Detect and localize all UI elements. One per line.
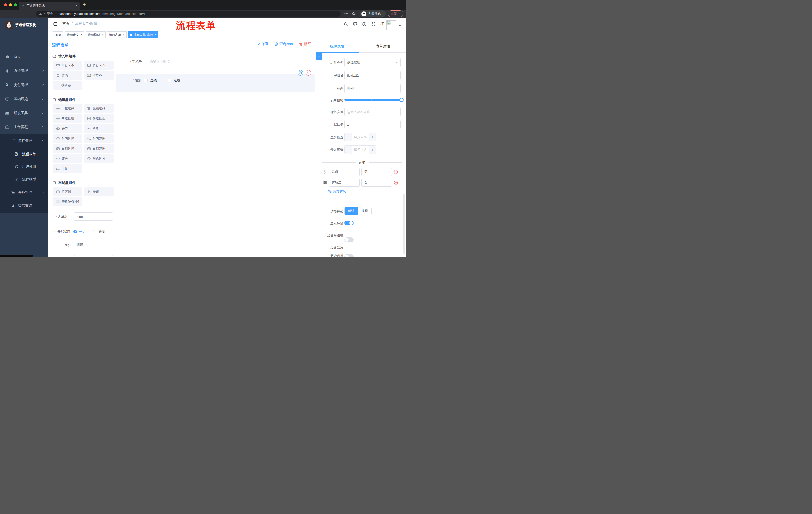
option-value-input[interactable] bbox=[361, 168, 392, 176]
sidebar-item-task-mgmt[interactable]: 任务管理 bbox=[0, 186, 48, 199]
status-off-label[interactable]: 关闭 bbox=[98, 229, 105, 234]
stepper-plus-button[interactable]: + bbox=[369, 145, 376, 154]
palette-item-multi-text[interactable]: 多行文本 bbox=[84, 61, 114, 70]
style-default-button[interactable]: 默认 bbox=[345, 208, 358, 215]
form-remark-textarea[interactable]: 嘿嘿 bbox=[74, 241, 113, 256]
gender-opt1-label[interactable]: 选项一 bbox=[150, 78, 160, 83]
palette-item-cascader[interactable]: 级联选择 bbox=[84, 104, 114, 113]
user-avatar[interactable] bbox=[386, 20, 396, 30]
palette-item-select[interactable]: 下拉选择 bbox=[53, 104, 82, 113]
option-value-input[interactable] bbox=[361, 179, 392, 187]
selected-component-block[interactable] bbox=[116, 74, 315, 91]
palette-item-date-range[interactable]: 日期范围 bbox=[84, 144, 114, 153]
palette-item-table[interactable]: 表格[开发中] bbox=[53, 197, 82, 206]
github-icon[interactable] bbox=[353, 21, 357, 27]
status-on-label[interactable]: 开启 bbox=[79, 229, 85, 234]
add-option-button[interactable]: 添加选项 bbox=[327, 189, 346, 194]
option-label-input[interactable] bbox=[329, 179, 359, 187]
password-key-icon[interactable] bbox=[343, 10, 349, 17]
default-value-input[interactable] bbox=[344, 120, 401, 129]
sidebar-item-process-mgmt[interactable]: 流程管理 bbox=[0, 135, 48, 147]
sidebar-item-dev[interactable]: 研发工具 bbox=[0, 107, 48, 119]
help-icon[interactable] bbox=[362, 22, 367, 26]
sidebar-item-pay[interactable]: ¥ 支付管理 bbox=[0, 79, 48, 91]
tag-close-icon[interactable]: × bbox=[102, 33, 103, 37]
tag-process-definition[interactable]: 流程定义× bbox=[64, 31, 84, 38]
tab-close-icon[interactable]: × bbox=[76, 4, 77, 7]
window-close-button[interactable] bbox=[4, 3, 7, 6]
browser-menu-icon[interactable]: ⋮ bbox=[399, 12, 402, 16]
slider-thumb[interactable] bbox=[399, 98, 404, 102]
palette-item-button[interactable]: 按钮 bbox=[84, 187, 114, 196]
drag-handle-icon[interactable] bbox=[323, 181, 327, 185]
status-off-radio[interactable] bbox=[93, 230, 96, 233]
url-bar[interactable]: 不安全 | dashboard.yudao.iocoder.cn/bpm/man… bbox=[36, 10, 341, 17]
sidebar-scrollbar[interactable] bbox=[0, 255, 33, 257]
type-select[interactable]: 多选框组 bbox=[344, 58, 401, 67]
remove-option-button[interactable] bbox=[394, 180, 398, 185]
palette-item-time-range[interactable]: 时间范围 bbox=[84, 134, 114, 143]
tab-component-props[interactable]: 组件属性 bbox=[330, 44, 344, 49]
option-label-input[interactable] bbox=[329, 168, 359, 176]
browser-tab[interactable]: 芋道管理系统 × bbox=[19, 1, 80, 9]
title-input[interactable] bbox=[344, 84, 401, 93]
palette-item-radio-group[interactable]: 单选框组 bbox=[53, 114, 82, 123]
avatar-caret-icon[interactable] bbox=[399, 25, 401, 26]
label-width-input[interactable] bbox=[344, 108, 401, 116]
security-label[interactable]: 不安全 bbox=[44, 11, 53, 16]
bind-link-button[interactable] bbox=[316, 53, 322, 60]
palette-item-rate[interactable]: 评分 bbox=[53, 154, 82, 163]
palette-item-counter[interactable]: 123计数器 bbox=[84, 71, 114, 80]
palette-item-time-picker[interactable]: 时间选择 bbox=[53, 134, 82, 143]
tag-process-form-edit[interactable]: 流程表单-编辑× bbox=[128, 31, 158, 38]
drag-handle-icon[interactable] bbox=[323, 170, 327, 174]
disabled-toggle[interactable] bbox=[344, 254, 354, 257]
window-minimize-button[interactable] bbox=[9, 3, 12, 6]
stepper-value[interactable]: 最多可选 bbox=[352, 147, 369, 152]
gender-opt2-label[interactable]: 选项二 bbox=[174, 78, 183, 83]
sidebar-item-workflow[interactable]: 工作流程 bbox=[0, 121, 48, 133]
sidebar-item-home[interactable]: 首页 bbox=[0, 51, 48, 63]
delete-component-button[interactable] bbox=[306, 70, 311, 76]
tag-process-form[interactable]: 流程表单× bbox=[107, 31, 127, 38]
status-on-radio[interactable] bbox=[74, 230, 77, 233]
update-button[interactable]: 更新 ⋮ bbox=[388, 10, 404, 17]
sidebar-item-system[interactable]: 系统管理 bbox=[0, 64, 48, 77]
tag-close-icon[interactable]: × bbox=[80, 33, 82, 37]
show-label-toggle[interactable] bbox=[344, 220, 354, 225]
style-button-button[interactable]: 按钮 bbox=[358, 208, 371, 215]
palette-item-slider[interactable]: 滑块 bbox=[84, 124, 114, 133]
tag-close-icon[interactable]: × bbox=[123, 33, 124, 37]
gender-opt1-checkbox[interactable] bbox=[144, 79, 148, 82]
sidebar-item-leave-query[interactable]: 请假查询 bbox=[0, 200, 48, 212]
palette-item-color-picker[interactable]: 颜色选择 bbox=[84, 154, 114, 163]
save-button[interactable]: 保存 bbox=[256, 42, 268, 46]
palette-item-row-container[interactable]: 行容器 bbox=[53, 187, 82, 196]
stepper-minus-button[interactable]: − bbox=[345, 145, 352, 154]
sidebar-item-process-model[interactable]: 流程模型 bbox=[0, 173, 48, 186]
palette-item-password[interactable]: 密码 bbox=[53, 71, 82, 80]
palette-item-single-text[interactable]: 单行文本 bbox=[53, 61, 82, 70]
stepper-plus-button[interactable]: + bbox=[369, 133, 376, 141]
palette-item-editor[interactable]: 编辑器 bbox=[53, 81, 82, 90]
sidebar-item-user-group[interactable]: 用户分组 bbox=[0, 160, 48, 173]
grid-slider[interactable] bbox=[344, 99, 402, 101]
palette-item-date-picker[interactable]: 日期选择 bbox=[53, 144, 82, 153]
tag-close-icon[interactable]: × bbox=[154, 33, 156, 37]
field-name-input[interactable] bbox=[344, 71, 401, 80]
search-icon[interactable] bbox=[344, 22, 348, 26]
window-zoom-button[interactable] bbox=[14, 3, 17, 6]
breadcrumb-home[interactable]: 首页 bbox=[62, 21, 69, 26]
remove-option-button[interactable] bbox=[394, 170, 398, 174]
stepper-minus-button[interactable]: − bbox=[345, 133, 352, 141]
tag-home[interactable]: 首页 bbox=[53, 31, 63, 38]
copy-component-button[interactable] bbox=[298, 70, 303, 76]
clear-button[interactable]: 清空 bbox=[299, 42, 311, 46]
fullscreen-icon[interactable] bbox=[371, 22, 376, 26]
border-toggle[interactable] bbox=[344, 237, 354, 242]
bookmark-star-icon[interactable] bbox=[351, 10, 357, 17]
collapse-sidebar-icon[interactable] bbox=[52, 22, 57, 27]
palette-item-upload[interactable]: 上传 bbox=[53, 164, 82, 173]
stepper-value[interactable]: 至少应选 bbox=[352, 135, 369, 139]
sidebar-item-infra[interactable]: 基础设施 bbox=[0, 93, 48, 105]
